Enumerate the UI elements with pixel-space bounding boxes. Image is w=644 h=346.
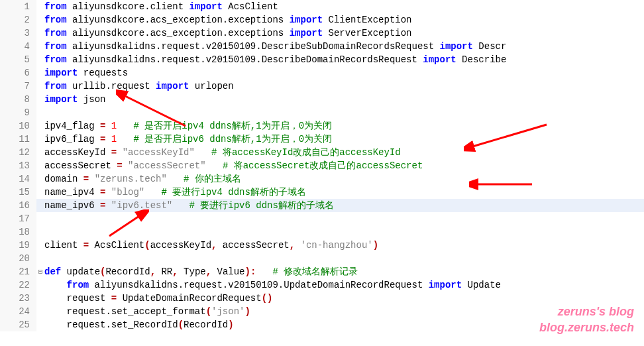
code-content[interactable]: from aliyunsdkalidns.request.v20150109.D… <box>44 40 644 53</box>
code-line[interactable]: 4from aliyunsdkalidns.request.v20150109.… <box>0 40 644 53</box>
line-number: 17 <box>0 212 36 225</box>
line-number: 3 <box>0 27 36 40</box>
fold-toggle[interactable]: ⊟ <box>36 265 44 278</box>
code-content[interactable]: from aliyunsdkcore.acs_exception.excepti… <box>44 13 644 27</box>
code-line[interactable]: 6import requests <box>0 66 644 80</box>
code-content[interactable]: request.set_accept_format('json') <box>44 305 644 318</box>
code-line[interactable]: 16name_ipv6 = "ipv6.test" # 要进行ipv6 ddns… <box>0 199 644 212</box>
line-number: 23 <box>0 292 36 305</box>
code-content[interactable]: accessKeyId = "accessKeyId" # 将accessKey… <box>44 146 644 159</box>
code-line[interactable]: 12accessKeyId = "accessKeyId" # 将accessK… <box>0 146 644 159</box>
code-line[interactable]: 20 <box>0 252 644 265</box>
code-line[interactable]: 22 from aliyunsdkalidns.request.v2015010… <box>0 278 644 292</box>
code-line[interactable]: 15name_ipv4 = "blog" # 要进行ipv4 ddns解析的子域… <box>0 186 644 199</box>
code-line[interactable]: 24 request.set_accept_format('json') <box>0 305 644 318</box>
line-number: 16 <box>0 199 36 212</box>
line-number: 18 <box>0 225 36 239</box>
line-number: 1 <box>0 0 36 13</box>
code-line[interactable]: 7from urllib.request import urlopen <box>0 80 644 93</box>
code-line[interactable]: 14domain = "zeruns.tech" # 你的主域名 <box>0 172 644 186</box>
code-content[interactable]: accessSecret = "accessSecret" # 将accessS… <box>44 159 644 172</box>
code-line[interactable]: 19client = AcsClient(accessKeyId, access… <box>0 239 644 252</box>
line-number: 11 <box>0 133 36 146</box>
code-content[interactable]: name_ipv6 = "ipv6.test" # 要进行ipv6 ddns解析… <box>44 199 644 212</box>
watermark-text: zeruns's blog <box>558 305 634 318</box>
code-content[interactable]: import json <box>44 93 644 106</box>
line-number: 20 <box>0 252 36 265</box>
code-line[interactable]: 17 <box>0 212 644 225</box>
code-editor[interactable]: 1from aliyunsdkcore.client import AcsCli… <box>0 0 644 331</box>
code-content[interactable]: client = AcsClient(accessKeyId, accessSe… <box>44 239 644 252</box>
code-line[interactable]: 13accessSecret = "accessSecret" # 将acces… <box>0 159 644 172</box>
code-content[interactable]: from urllib.request import urlopen <box>44 80 644 93</box>
code-line[interactable]: 23 request = UpdateDomainRecordRequest() <box>0 292 644 305</box>
code-line[interactable]: 10ipv4_flag = 1 # 是否开启ipv4 ddns解析,1为开启，0… <box>0 119 644 133</box>
code-line[interactable]: 11ipv6_flag = 1 # 是否开启ipv6 ddns解析,1为开启，0… <box>0 133 644 146</box>
code-line[interactable]: 1from aliyunsdkcore.client import AcsCli… <box>0 0 644 13</box>
line-number: 5 <box>0 53 36 66</box>
code-content[interactable]: from aliyunsdkalidns.request.v20150109.D… <box>44 53 644 66</box>
code-line[interactable]: 5from aliyunsdkalidns.request.v20150109.… <box>0 53 644 66</box>
code-content[interactable]: ipv4_flag = 1 # 是否开启ipv4 ddns解析,1为开启，0为关… <box>44 119 644 133</box>
line-number: 21 <box>0 265 36 278</box>
line-number: 25 <box>0 318 36 331</box>
code-content[interactable]: from aliyunsdkcore.client import AcsClie… <box>44 0 644 13</box>
line-number: 13 <box>0 159 36 172</box>
line-number: 15 <box>0 186 36 199</box>
code-line[interactable]: 18 <box>0 225 644 239</box>
line-number: 2 <box>0 13 36 27</box>
code-line[interactable]: 8import json <box>0 93 644 106</box>
line-number: 22 <box>0 278 36 292</box>
line-number: 10 <box>0 119 36 133</box>
line-number: 7 <box>0 80 36 93</box>
line-number: 8 <box>0 93 36 106</box>
line-number: 6 <box>0 66 36 80</box>
code-content[interactable]: name_ipv4 = "blog" # 要进行ipv4 ddns解析的子域名 <box>44 186 644 199</box>
line-number: 19 <box>0 239 36 252</box>
code-content[interactable]: ipv6_flag = 1 # 是否开启ipv6 ddns解析,1为开启，0为关… <box>44 133 644 146</box>
code-content[interactable]: request = UpdateDomainRecordRequest() <box>44 292 644 305</box>
code-content[interactable]: from aliyunsdkcore.acs_exception.excepti… <box>44 27 644 40</box>
code-content[interactable]: def update(RecordId, RR, Type, Value): #… <box>44 265 644 278</box>
line-number: 14 <box>0 172 36 186</box>
code-line[interactable]: 21⊟def update(RecordId, RR, Type, Value)… <box>0 265 644 278</box>
code-line[interactable]: 3from aliyunsdkcore.acs_exception.except… <box>0 27 644 40</box>
code-line[interactable]: 2from aliyunsdkcore.acs_exception.except… <box>0 13 644 27</box>
code-content[interactable]: import requests <box>44 66 644 80</box>
line-number: 24 <box>0 305 36 318</box>
code-content[interactable]: domain = "zeruns.tech" # 你的主域名 <box>44 172 644 186</box>
line-number: 9 <box>0 106 36 119</box>
watermark-text: blog.zeruns.tech <box>539 321 634 334</box>
line-number: 4 <box>0 40 36 53</box>
code-line[interactable]: 9 <box>0 106 644 119</box>
line-number: 12 <box>0 146 36 159</box>
code-content[interactable]: from aliyunsdkalidns.request.v20150109.U… <box>44 278 644 292</box>
